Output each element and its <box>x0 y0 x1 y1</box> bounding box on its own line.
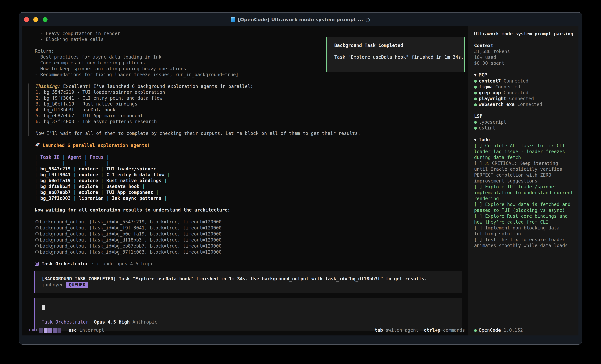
gear-icon: ⚙ <box>35 231 39 237</box>
tool-call-line: ⚙background_output [task_id=bg_5547c219,… <box>35 219 465 225</box>
gear-icon: ⚙ <box>35 225 39 230</box>
checkbox-icon: [ ] <box>474 237 482 242</box>
tool-call-line: ⚙background_output [task_id=bg_eb87ebb7,… <box>35 243 465 249</box>
queued-message-text: [BACKGROUND TASK COMPLETED] Task "Explor… <box>42 276 462 282</box>
status-dot-icon: ● <box>474 119 477 125</box>
tool-call-line: ⚙background_output [task_id=bg_37f1c003,… <box>35 249 465 255</box>
status-dot-icon: ● <box>474 90 477 96</box>
gear-icon: ⚙ <box>35 243 39 249</box>
mcp-item: ●grep_app Connected <box>474 90 574 96</box>
ctrlp-key-hint: ctrl+p <box>424 327 440 333</box>
thinking-item: 6. bg_37f1c003 - Ink async patterns rese… <box>36 119 465 125</box>
background-task-notification: Background Task Completed Task "Explore … <box>326 37 465 72</box>
checkbox-icon: [ ] <box>474 213 482 219</box>
bullet-line: - Heavy computation in render <box>35 31 465 37</box>
sidebar: Ultrawork mode system prompt parsing Con… <box>468 26 579 335</box>
chevron-down-icon: ▼ <box>474 73 476 77</box>
queued-message-box: [BACKGROUND TASK COMPLETED] Task "Explor… <box>34 271 462 293</box>
prompt-input-box[interactable]: Task-Orchestrator Opus 4.5 High Anthropi… <box>34 298 462 331</box>
proxy-icon: ○ <box>366 17 370 22</box>
todo-item: [ ] Explore TUI loader/spinner implement… <box>474 184 574 201</box>
table-row: | bg_df18bb3f | explore | useData hook | <box>35 184 465 190</box>
status-dot-icon: ● <box>474 96 477 101</box>
thinking-outro: Now I'll wait for all of them to complet… <box>36 130 465 136</box>
tab-key-hint: tab <box>375 327 383 333</box>
table-row: | bg_eb87ebb7 | explore | TUI App compon… <box>35 190 465 195</box>
mcp-item: ●figma Connected <box>474 84 574 90</box>
tool-call-line: ⚙background_output [task_id=bg_df18bb3f,… <box>35 237 465 243</box>
app-version: 1.0.152 <box>504 327 523 333</box>
model-provider: Anthropic <box>132 319 157 325</box>
status-dot-icon: ● <box>474 84 477 89</box>
gear-icon: ⚙ <box>35 219 39 225</box>
table-row: | bg_f9ff3041 | explore | CLI entry & da… <box>35 172 465 178</box>
thinking-intro-line: Thinking: Excellent! I've launched 6 bac… <box>36 84 465 89</box>
table-row: | bg_37f1c003 | librarian | Ink async pa… <box>35 195 465 201</box>
session-title: Ultrawork mode system prompt parsing <box>474 31 574 37</box>
context-tokens: 31,686 tokens <box>474 48 574 55</box>
window-title: [OpenCode] Ultrawork mode system prompt … <box>238 17 363 22</box>
context-heading: Context <box>474 43 574 48</box>
warning-icon: ⚠ <box>485 161 489 166</box>
active-model[interactable]: Opus 4.5 High <box>94 319 130 325</box>
agent-icon <box>35 262 39 266</box>
status-dot-icon: ● <box>474 78 477 84</box>
todo-item: [ ] Explore how data is fetched and pass… <box>474 201 574 213</box>
status-dot-icon: ● <box>474 327 477 333</box>
launch-message: Launched 6 parallel exploration agents! … <box>28 142 465 267</box>
todo-item: [ ] ⚠ CRITICAL: Keep iterating until Ora… <box>474 161 574 184</box>
waiting-line: Now waiting for all exploration results … <box>35 207 465 213</box>
agent-model: claude-opus-4-5-high <box>97 261 152 267</box>
conversation-scrollback[interactable]: - Heavy computation in render - Blocking… <box>22 26 468 331</box>
thinking-label: Thinking: <box>36 84 60 89</box>
input-footer: Task-Orchestrator Opus 4.5 High Anthropi… <box>42 319 462 325</box>
context-spent: $0.00 spent <box>474 60 574 66</box>
app-version-footer: ●OpenCode 1.0.152 <box>474 327 523 333</box>
thinking-intro: Excellent! I've launched 6 background ex… <box>63 84 253 89</box>
mcp-item: ●websearch_exa Connected <box>474 102 574 107</box>
todo-item: [ ] Complete ALL tasks to fix CLI loader… <box>474 143 574 161</box>
table-divider-row: |---------|-------|-------| <box>35 160 465 166</box>
busy-spinner-icon <box>29 328 61 333</box>
todo-item: [ ] Test the fix to ensure loader animat… <box>474 237 574 249</box>
lsp-item: ●eslint <box>474 125 574 131</box>
table-header-row: | Task ID | Agent | Focus | <box>35 154 465 160</box>
checkbox-icon: [ ] <box>474 225 482 230</box>
mcp-item: ●context7 Connected <box>474 78 574 84</box>
notification-title: Background Task Completed <box>334 43 464 48</box>
lsp-section-header: LSP <box>474 113 574 119</box>
queued-message-meta: junhoyeoQUEUED <box>42 282 462 288</box>
titlebar[interactable]: [OpenCode] Ultrawork mode system prompt … <box>19 13 582 26</box>
return-item: - Recommendations for fixing loader free… <box>35 72 465 78</box>
chevron-down-icon: ▼ <box>474 138 476 142</box>
checkbox-icon: [ ] <box>474 161 482 166</box>
thinking-item: 3. bg_b0effa19 - Rust native bindings <box>36 101 465 107</box>
status-dot-icon: ● <box>474 102 477 107</box>
active-agent[interactable]: Task-Orchestrator <box>42 319 89 325</box>
thinking-message: Thinking: Excellent! I've launched 6 bac… <box>28 84 465 136</box>
todo-item: [ ] Implement non-blocking data fetching… <box>474 225 574 237</box>
context-used: 16% used <box>474 55 574 60</box>
rocket-icon <box>35 142 40 148</box>
checkbox-icon: [ ] <box>474 143 482 148</box>
checkbox-icon: [ ] <box>474 202 482 207</box>
gear-icon: ⚙ <box>35 249 39 255</box>
lsp-item: ●typescript <box>474 119 574 125</box>
thinking-item: 4. bg_df18bb3f - useData hook <box>36 107 465 113</box>
launch-heading: Launched 6 parallel exploration agents! <box>43 143 150 148</box>
mcp-section-header[interactable]: ▼MCP <box>474 72 574 78</box>
agent-attribution-row: Task-Orchestrator · claude-opus-4-5-high <box>35 261 465 267</box>
gear-icon: ⚙ <box>35 237 39 243</box>
status-bar: esc interrupt tabswitch agent ctrl+pcomm… <box>22 327 468 333</box>
checkbox-icon: [ ] <box>474 184 482 190</box>
username: junhoyeo <box>42 282 64 287</box>
todo-section-header[interactable]: ▼Todo <box>474 137 574 143</box>
text-cursor <box>42 305 45 310</box>
status-badge: QUEUED <box>66 282 88 288</box>
todo-item: [ ] Explore Rust core bindings and how t… <box>474 213 574 225</box>
input-line[interactable] <box>42 305 462 311</box>
launch-heading-line: Launched 6 parallel exploration agents! <box>35 142 465 148</box>
status-dot-icon: ● <box>474 125 477 131</box>
mcp-item: ●playwright Connected <box>474 96 574 102</box>
tool-call-line: ⚙background_output [task_id=bg_b0effa19,… <box>35 231 465 237</box>
